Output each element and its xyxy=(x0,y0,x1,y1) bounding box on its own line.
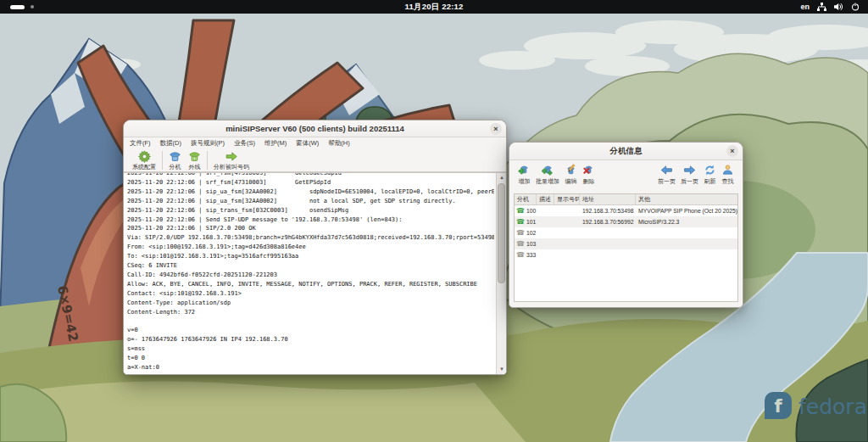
add-extension-button[interactable]: 增加 xyxy=(515,163,533,186)
table-row[interactable]: ☎103 xyxy=(515,238,737,249)
main-window-title: miniSIPServer V60 (500 clients) build 20… xyxy=(225,124,404,133)
log-line: a=X-nat:0 xyxy=(127,363,494,372)
batch-add-button[interactable]: 批量增加 xyxy=(533,163,562,186)
batch-add-icon xyxy=(542,163,554,177)
ext-toolbar: 增加 批量增加 xyxy=(509,160,743,193)
extensions-button[interactable]: 分机 xyxy=(165,150,185,171)
col-description[interactable]: 描述 xyxy=(537,194,554,204)
table-row[interactable]: ☎333 xyxy=(515,249,737,260)
menu-window[interactable]: 窗体(W) xyxy=(296,139,319,148)
extension-table: 分机 描述 显示号码 地址 其他 ☎100192.168.3.70:53498M… xyxy=(514,193,738,302)
previous-page-button[interactable]: 前一页 xyxy=(655,163,678,186)
table-row[interactable]: ☎100192.168.3.70:53498MYVOIPAPP SIP Phon… xyxy=(515,205,737,216)
col-extension[interactable]: 分机 xyxy=(515,194,537,204)
gnome-top-bar: 11月20日 22:12 en xyxy=(0,0,868,14)
cell-other xyxy=(636,238,737,249)
toolbar-separator xyxy=(207,151,208,170)
log-area[interactable]: 2025-11-20 22:12:06 | srf_fsm[47310003] … xyxy=(127,173,494,374)
menu-maintenance[interactable]: 维护(M) xyxy=(264,139,287,148)
batch-add-label: 批量增加 xyxy=(536,177,559,186)
desktop: 6×9=42 f fedora 11月20日 22:12 en xyxy=(0,0,868,442)
menu-data[interactable]: 数据(D) xyxy=(160,139,181,148)
analyze-called-number-label: 分析被叫号码 xyxy=(214,163,249,171)
cell-address xyxy=(580,238,636,249)
log-line: s=mss xyxy=(127,344,494,354)
gear-icon xyxy=(138,150,151,163)
menu-help[interactable]: 帮助(H) xyxy=(328,139,349,148)
edit-extension-button[interactable]: 编辑 xyxy=(562,163,580,186)
green-phone-icon xyxy=(188,150,201,163)
analyze-called-number-button[interactable]: 分析被叫号码 xyxy=(210,150,253,171)
log-line: 2025-11-20 22:12:06 | Send SIP-UDP messa… xyxy=(127,215,494,225)
next-page-label: 后一页 xyxy=(681,177,698,186)
menu-services[interactable]: 业务(S) xyxy=(234,139,255,148)
menu-file[interactable]: 文件(F) xyxy=(130,139,151,148)
clock[interactable]: 11月20日 22:12 xyxy=(0,2,868,13)
log-view[interactable]: 2025-11-20 22:12:06 | srf_fsm[47310003] … xyxy=(124,172,506,374)
log-line: v=0 xyxy=(127,326,494,335)
cell-description xyxy=(537,238,554,249)
refresh-button[interactable]: 刷新 xyxy=(701,163,719,186)
scroll-down-arrow[interactable]: ▼ xyxy=(497,365,506,374)
cell-address: 192.168.3.70:56992 xyxy=(580,216,636,227)
scrollbar-thumb[interactable] xyxy=(498,183,505,283)
input-method-indicator[interactable]: en xyxy=(800,3,810,11)
trunks-label: 外线 xyxy=(189,163,201,171)
cell-description xyxy=(537,249,554,260)
scroll-up-arrow[interactable]: ▲ xyxy=(497,173,506,182)
left-arrow-icon xyxy=(660,163,673,177)
cell-description xyxy=(537,227,554,238)
log-line xyxy=(127,317,494,327)
cell-description xyxy=(537,205,554,216)
col-address[interactable]: 地址 xyxy=(580,194,636,204)
main-titlebar[interactable]: miniSIPServer V60 (500 clients) build 20… xyxy=(124,120,506,137)
col-display-number[interactable]: 显示号码 xyxy=(554,194,580,204)
edit-pencil-icon xyxy=(565,163,577,177)
find-label: 查找 xyxy=(722,177,734,186)
ext-titlebar[interactable]: 分机信息 × xyxy=(509,143,743,160)
log-line: Content-Length: 372 xyxy=(127,308,494,317)
ext-window-title: 分机信息 xyxy=(610,146,643,157)
log-line: Via: SIP/2.0/UDP 192.168.3.70:53498;bran… xyxy=(127,233,494,243)
system-config-button[interactable]: 系统配置 xyxy=(129,150,159,171)
log-line: CSeq: 6 INVITE xyxy=(127,261,494,271)
col-other[interactable]: 其他 xyxy=(636,194,737,204)
menu-dial-rules[interactable]: 拨号规则(P) xyxy=(191,139,225,148)
ext-close-button[interactable]: × xyxy=(726,145,738,157)
extension-number: 102 xyxy=(526,230,536,236)
next-page-button[interactable]: 后一页 xyxy=(678,163,701,186)
cell-other: MicroSIP/3.22.3 xyxy=(636,216,737,227)
log-scrollbar[interactable]: ▲ ▼ xyxy=(496,173,506,374)
system-tray[interactable]: en xyxy=(800,0,860,14)
log-line: t=0 0 xyxy=(127,354,494,363)
cell-address xyxy=(580,227,636,238)
table-header: 分机 描述 显示号码 地址 其他 xyxy=(515,194,737,205)
extensions-label: 分机 xyxy=(170,163,181,171)
refresh-label: 刷新 xyxy=(704,177,716,186)
log-line: 2025-11-20 22:12:06 | SIP/2.0 200 OK xyxy=(127,224,494,233)
log-line: Contact: <sip:101@192.168.3.191> xyxy=(127,289,494,299)
log-line: Allow: ACK, BYE, CANCEL, INFO, INVITE, M… xyxy=(127,280,494,289)
toolbar-separator xyxy=(162,151,163,170)
cell-address xyxy=(580,249,636,260)
power-icon xyxy=(851,3,860,11)
main-toolbar: 系统配置 分机 xyxy=(124,149,506,172)
registered-phone-icon: ☎ xyxy=(516,219,525,226)
log-line: 2025-11-20 22:12:06 | sip_ua_fsm[32AA000… xyxy=(127,197,494,206)
trunks-button[interactable]: 外线 xyxy=(185,150,204,171)
log-line: Call-ID: 4942bf6d-f0522cfd-20251120-2212… xyxy=(127,271,494,280)
table-row[interactable]: ☎102 xyxy=(515,227,737,238)
delete-extension-button[interactable]: 删除 xyxy=(580,163,598,186)
add-icon xyxy=(518,163,531,177)
cell-other xyxy=(636,249,737,260)
edit-label: 编辑 xyxy=(565,177,577,186)
find-button[interactable]: 查找 xyxy=(719,163,737,186)
extension-number: 101 xyxy=(526,219,536,225)
table-row[interactable]: ☎101192.168.3.70:56992MicroSIP/3.22.3 xyxy=(515,216,737,227)
unregistered-phone-icon: ☎ xyxy=(516,241,525,248)
system-config-label: 系统配置 xyxy=(132,163,156,171)
network-icon xyxy=(817,3,826,11)
main-close-button[interactable]: × xyxy=(490,123,502,135)
extension-number: 103 xyxy=(526,241,536,247)
log-line: From: <sip:100@192.168.3.191>;tag=d426d3… xyxy=(127,243,494,252)
